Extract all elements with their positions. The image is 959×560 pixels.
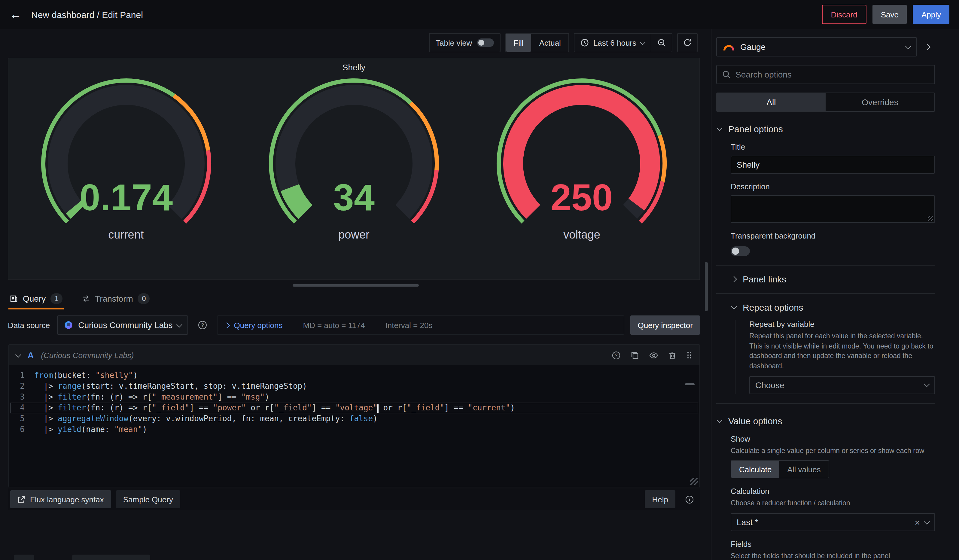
question-circle-icon: ? (198, 320, 208, 330)
cut-button[interactable] (72, 555, 150, 560)
editor-scroll-handle[interactable] (685, 383, 695, 385)
tab-query[interactable]: Query 1 (8, 293, 64, 309)
code-lines: 1from(bucket: "shelly")2 |> range(start:… (9, 370, 699, 435)
editor-resize-grip[interactable] (690, 478, 698, 485)
discard-button[interactable]: Discard (822, 5, 867, 24)
tab-overrides[interactable]: Overrides (825, 93, 934, 111)
code-line[interactable]: 5 |> aggregateWindow(every: v.windowPeri… (9, 414, 699, 424)
panel-title: Shelly (8, 58, 699, 72)
trash-icon (668, 351, 677, 360)
panel-options-title: Panel options (728, 124, 783, 134)
panel-links-header[interactable]: Panel links (732, 274, 935, 284)
divider (716, 403, 935, 404)
code-token: |> (34, 382, 58, 391)
flux-syntax-button[interactable]: Flux language syntax (10, 490, 111, 508)
gauge: 250voltage (483, 76, 681, 242)
scrollbar-thumb[interactable] (705, 262, 708, 311)
value-options-header[interactable]: Value options (717, 415, 935, 426)
textarea-resize-grip[interactable] (928, 216, 933, 221)
cut-button[interactable] (14, 555, 34, 560)
code-token: "power" (213, 403, 246, 412)
collapse-options-button[interactable] (919, 38, 935, 56)
datasource-help-button[interactable]: ? (194, 317, 211, 334)
query-help-button[interactable]: ? (612, 351, 621, 360)
code-text: from(bucket: "shelly") (34, 370, 138, 381)
gauge-panel[interactable]: Shelly 0.174current34power250voltage (8, 58, 700, 280)
description-textarea[interactable] (731, 195, 935, 223)
time-range-button[interactable]: Last 6 hours (575, 33, 651, 52)
all-values-option[interactable]: All values (779, 461, 828, 478)
code-token: filter (58, 403, 86, 412)
code-token: from (34, 371, 53, 380)
header-actions: Discard Save Apply (822, 5, 950, 24)
zoom-out-button[interactable] (652, 33, 672, 52)
drag-handle[interactable] (686, 351, 692, 359)
code-token: "shelly" (96, 371, 133, 380)
chevron-down-icon (717, 417, 723, 423)
code-token: ) (142, 425, 147, 434)
code-token: |> (34, 392, 58, 401)
clipped-bottom-row (0, 555, 711, 560)
delete-query-button[interactable] (668, 351, 677, 360)
eye-icon (649, 351, 659, 360)
fields-label: Fields (731, 539, 935, 549)
sample-query-button[interactable]: Sample Query (116, 490, 180, 508)
options-sidebar: Gauge All Overrides Panel options (711, 29, 959, 560)
toggle-visibility-button[interactable] (649, 351, 659, 360)
gauge-label: power (338, 228, 370, 242)
viz-picker[interactable]: Gauge (716, 37, 917, 56)
fill-option[interactable]: Fill (506, 33, 531, 52)
collapse-query-icon[interactable] (15, 351, 21, 357)
code-line[interactable]: 3 |> filter(fn: (r) => r["_measurement"]… (9, 392, 699, 402)
fields-desc: Select the fields that should be include… (731, 551, 935, 560)
time-range-label: Last 6 hours (593, 38, 636, 47)
code-text: |> range(start: v.timeRangeStart, stop: … (34, 381, 307, 392)
viz-name: Gauge (740, 42, 766, 52)
repeat-variable-select[interactable]: Choose (749, 376, 935, 394)
code-token: aggregateWindow (58, 414, 128, 423)
fill-actual-segment: Fill Actual (505, 33, 569, 52)
transparent-bg-toggle[interactable] (731, 247, 750, 256)
code-line[interactable]: 2 |> range(start: v.timeRangeStart, stop… (9, 381, 699, 392)
panel-resize-handle[interactable] (292, 284, 419, 286)
search-input[interactable] (736, 70, 929, 79)
gauge-label: voltage (563, 228, 600, 242)
back-arrow-icon[interactable]: ← (10, 8, 22, 21)
query-datasource-hint: (Curious Community Labs) (41, 351, 134, 360)
options-search (716, 65, 935, 84)
title-input[interactable]: Shelly (731, 156, 935, 173)
refresh-button[interactable] (677, 33, 698, 52)
help-button[interactable]: Help (645, 490, 676, 508)
query-inspector-button[interactable]: Query inspector (630, 315, 700, 335)
line-number: 2 (9, 381, 34, 392)
transparent-bg-label: Transparent background (731, 231, 935, 240)
code-token: "_field" (152, 403, 189, 412)
clear-icon[interactable]: × (914, 518, 920, 527)
code-token: filter (58, 392, 86, 401)
show-label: Show (731, 434, 935, 443)
table-view-toggle[interactable] (477, 38, 494, 47)
datasource-picker[interactable]: Curious Community Labs (57, 315, 188, 335)
flux-code-editor[interactable]: 1from(bucket: "shelly")2 |> range(start:… (9, 365, 699, 487)
query-transform-tabs: Query 1 Transform 0 (0, 286, 711, 309)
actual-option[interactable]: Actual (532, 33, 569, 52)
tab-transform[interactable]: Transform 0 (81, 293, 151, 309)
query-options-toggle[interactable]: Query options (225, 321, 283, 329)
calculation-select[interactable]: Last * × (731, 513, 935, 531)
code-line[interactable]: 6 |> yield(name: "mean") (9, 424, 699, 435)
info-button[interactable] (680, 490, 698, 508)
grip-icon (686, 351, 692, 359)
query-row-header[interactable]: A (Curious Community Labs) ? (9, 345, 699, 365)
code-line[interactable]: 4 |> filter(fn: (r) => r["_field"] == "p… (9, 402, 699, 414)
save-button[interactable]: Save (873, 5, 907, 24)
apply-button[interactable]: Apply (913, 5, 949, 24)
code-line[interactable]: 1from(bucket: "shelly") (9, 370, 699, 381)
code-token: false (349, 414, 373, 423)
line-number: 4 (9, 402, 34, 414)
tab-all[interactable]: All (717, 93, 825, 111)
interval-stat: Interval = 20s (386, 321, 433, 329)
calculate-option[interactable]: Calculate (731, 461, 779, 478)
repeat-options-header[interactable]: Repeat options (732, 302, 935, 312)
panel-options-header[interactable]: Panel options (717, 124, 935, 134)
duplicate-query-button[interactable] (630, 351, 639, 360)
